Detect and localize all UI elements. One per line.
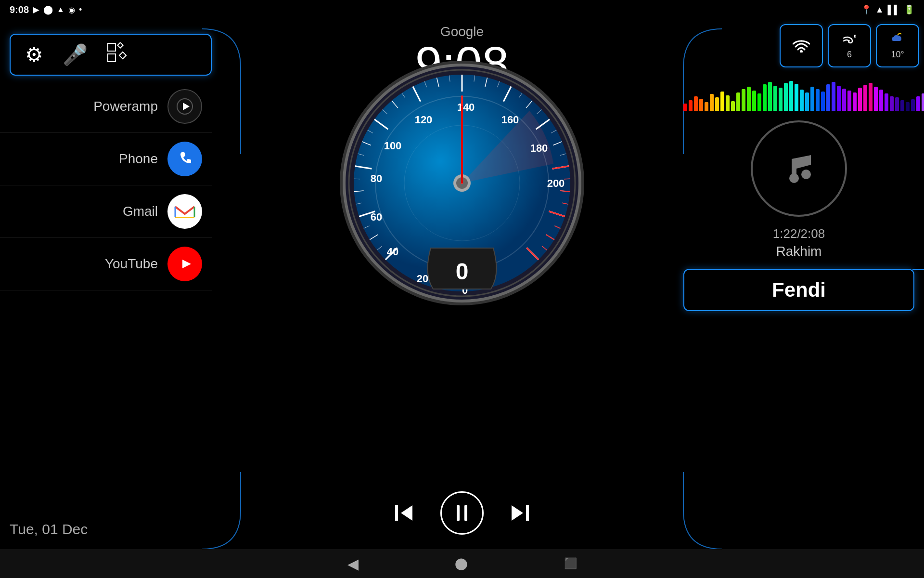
svg-line-48 — [354, 179, 360, 179]
eq-bar-18 — [779, 88, 783, 111]
eq-bar-24 — [810, 87, 814, 111]
status-right: 📍 ▲ ▌▌ 🔋 — [861, 4, 914, 15]
time-status: 9:08 — [10, 4, 29, 15]
eq-bar-25 — [816, 89, 820, 111]
eq-bar-22 — [800, 90, 804, 111]
prev-button[interactable] — [391, 500, 416, 525]
weather-icon-box[interactable]: 10° — [876, 24, 919, 67]
phone-icon — [167, 142, 202, 176]
svg-marker-85 — [512, 505, 523, 521]
eq-bar-23 — [805, 92, 809, 111]
svg-text:120: 120 — [415, 114, 433, 126]
app-item-gmail[interactable]: Gmail — [0, 185, 212, 238]
gmail-icon — [167, 194, 202, 229]
eq-bar-3 — [699, 99, 703, 111]
toolbar: ⚙ 🎤 — [10, 34, 212, 76]
play-pause-button[interactable] — [440, 491, 484, 535]
svg-point-90 — [801, 170, 811, 179]
eq-bar-40 — [895, 97, 899, 111]
eq-bar-29 — [837, 86, 841, 111]
speedometer: 0 20 40 60 80 100 120 140 160 180 200 — [337, 58, 587, 308]
eq-bar-31 — [847, 91, 851, 111]
eq-bar-35 — [869, 83, 873, 111]
svg-point-89 — [789, 173, 799, 183]
gmail-label: Gmail — [10, 204, 158, 219]
svg-marker-81 — [401, 505, 412, 521]
eq-bar-7 — [720, 92, 724, 111]
eq-bar-1 — [689, 100, 693, 111]
eq-bar-32 — [853, 92, 857, 111]
eq-bar-4 — [705, 102, 708, 111]
speed-display: 0 — [428, 248, 497, 289]
eq-bar-41 — [900, 100, 904, 111]
eq-bar-43 — [911, 99, 915, 111]
nav-bar: ◀ ⬤ ⬛ — [0, 549, 924, 578]
eq-bar-42 — [906, 102, 910, 111]
music-note-circle[interactable] — [751, 120, 847, 217]
eq-bar-2 — [694, 96, 698, 111]
wifi-status-icon: ▲ — [875, 5, 884, 15]
eq-bar-28 — [832, 82, 835, 111]
mic-icon[interactable]: 🎤 — [63, 43, 88, 66]
svg-line-70 — [564, 179, 570, 179]
eq-bar-38 — [885, 93, 888, 111]
eq-bar-27 — [826, 84, 830, 111]
svg-rect-6 — [173, 202, 197, 221]
signal-icon: ▌▌ — [887, 5, 900, 15]
date-display: Tue, 01 Dec — [0, 510, 97, 549]
track-name: Fendi — [772, 278, 826, 301]
settings-icon[interactable]: ⚙ — [25, 43, 43, 66]
eq-bar-26 — [821, 92, 825, 111]
eq-bar-33 — [858, 88, 862, 111]
svg-rect-80 — [395, 505, 398, 521]
recent-button[interactable]: ⬛ — [564, 557, 577, 570]
atlas-icon: ▲ — [57, 5, 64, 14]
svg-rect-3 — [119, 52, 126, 59]
phone-label: Phone — [10, 151, 158, 167]
speed-value: 0 — [456, 259, 469, 284]
track-artist: Rakhim — [776, 244, 822, 259]
eq-bar-21 — [795, 84, 798, 111]
track-name-banner[interactable]: Fendi — [683, 269, 914, 311]
eq-bar-0 — [683, 104, 687, 111]
wind-icon-box[interactable]: 6 — [828, 24, 871, 67]
eq-bar-11 — [742, 89, 745, 111]
svg-text:140: 140 — [457, 101, 475, 113]
app-item-youtube[interactable]: YouTube — [0, 238, 212, 290]
next-button[interactable] — [508, 500, 533, 525]
eq-bar-19 — [784, 83, 788, 111]
youtube-label: YouTube — [10, 256, 158, 272]
eq-bar-9 — [731, 101, 735, 111]
wifi-icon-box[interactable] — [780, 24, 823, 67]
eq-bar-14 — [757, 93, 761, 111]
right-panel: 6 10° 1:22/2:08 Rakhim Fendi — [674, 19, 924, 559]
eq-bar-6 — [715, 97, 719, 111]
eq-bar-30 — [842, 89, 846, 111]
app-item-phone[interactable]: Phone — [0, 133, 212, 185]
track-time: 1:22/2:08 — [773, 226, 825, 241]
wind-value: 6 — [847, 50, 852, 60]
eq-bar-44 — [916, 96, 920, 111]
svg-point-86 — [800, 50, 803, 53]
youtube-icon — [167, 247, 202, 281]
eq-bar-15 — [763, 84, 767, 111]
eq-bar-10 — [736, 92, 740, 111]
home-button[interactable]: ⬤ — [455, 557, 468, 570]
eq-bar-13 — [752, 91, 756, 111]
svg-rect-0 — [108, 43, 116, 51]
back-button[interactable]: ◀ — [347, 555, 359, 572]
svg-rect-84 — [526, 505, 529, 521]
eq-bar-34 — [863, 85, 867, 111]
eq-bar-16 — [768, 82, 772, 111]
location-icon: 📍 — [861, 4, 872, 15]
temp-value: 10° — [891, 50, 904, 60]
svg-text:200: 200 — [547, 177, 565, 189]
eq-bar-8 — [726, 95, 730, 111]
eq-bar-20 — [789, 81, 793, 111]
stop-icon: ⬤ — [43, 4, 53, 15]
apps-icon[interactable] — [107, 42, 127, 67]
eq-bar-5 — [710, 94, 714, 111]
periscope-icon: ◉ — [68, 5, 75, 14]
svg-text:20: 20 — [417, 273, 428, 285]
app-item-poweramp[interactable]: Poweramp — [0, 80, 212, 133]
